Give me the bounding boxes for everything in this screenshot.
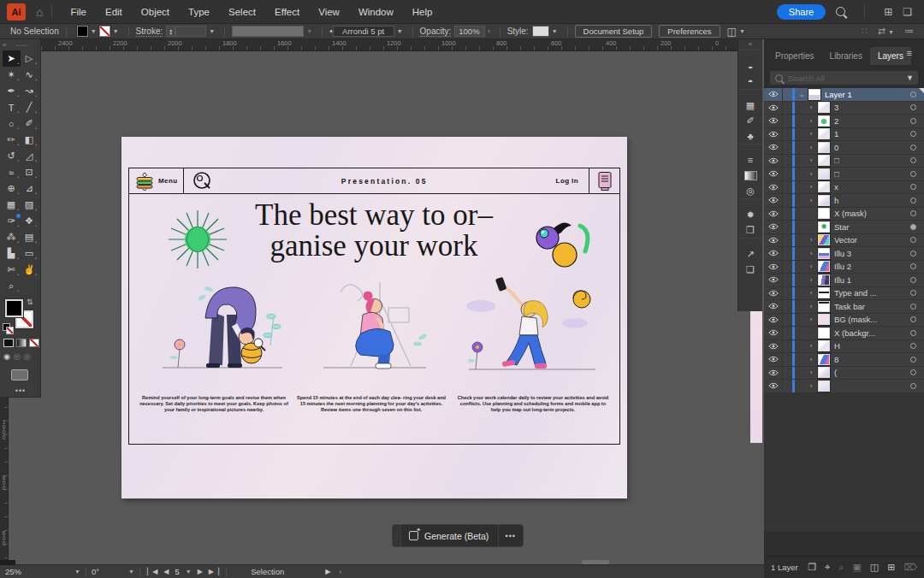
rotate-tool[interactable]: ↺ <box>3 148 21 164</box>
dock-grip[interactable]: ····· <box>738 238 762 246</box>
artboard-page[interactable]: Menu Presentation. 05 Log In <box>121 137 627 498</box>
target-circle-icon[interactable] <box>910 118 916 124</box>
direct-selection-tool[interactable]: ▷ <box>21 50 38 67</box>
layer-label[interactable]: □ <box>834 156 910 165</box>
snap-options-icon[interactable]: ⇄ ▼ <box>878 26 894 37</box>
opacity-field[interactable]: 100% <box>454 26 485 37</box>
column-graph-tool[interactable]: ▙ <box>3 245 21 262</box>
expand-chevron-icon[interactable] <box>797 91 807 98</box>
target-circle-icon[interactable] <box>910 290 916 296</box>
zoom-dropdown[interactable]: 25%▼ <box>0 565 86 578</box>
fill-swatch[interactable] <box>5 299 23 317</box>
knife-tool[interactable]: ✄ <box>3 262 21 278</box>
perspective-grid-tool[interactable]: ⊿ <box>21 180 38 197</box>
layer-label[interactable]: Illu 3 <box>834 249 910 258</box>
symbols-panel-icon[interactable]: ♣ <box>738 128 762 144</box>
target-circle-icon[interactable] <box>910 104 916 110</box>
fill-color-swatch[interactable] <box>77 26 88 37</box>
menu-edit[interactable]: Edit <box>96 0 132 24</box>
visibility-eye-icon[interactable] <box>764 234 783 247</box>
share-button[interactable]: Share <box>777 4 826 20</box>
document-setup-button[interactable]: Document Setup <box>575 25 653 38</box>
layer-row[interactable]: Type and ... <box>764 287 924 301</box>
eyedropper-tool[interactable]: ✑ <box>3 213 21 229</box>
hand-tool[interactable]: ✌ <box>21 262 38 278</box>
opacity-label[interactable]: Opacity: <box>420 27 452 37</box>
layer-label[interactable]: Type and ... <box>834 288 910 298</box>
layer-row[interactable]: H <box>764 340 924 354</box>
layer-label[interactable]: Illu 2 <box>834 262 910 271</box>
target-circle-icon[interactable] <box>910 316 916 322</box>
target-circle-icon[interactable] <box>910 357 916 363</box>
pen-tool[interactable]: ✒ <box>3 83 21 99</box>
stroke-color-swatch[interactable] <box>99 26 110 37</box>
layer-label[interactable]: Star <box>834 222 910 232</box>
gradient-mode-button[interactable] <box>16 339 27 347</box>
collect-for-export-icon[interactable]: ❐ <box>808 562 816 573</box>
target-circle-icon[interactable] <box>910 144 916 150</box>
chevron-down-icon[interactable]: ▼ <box>206 28 217 34</box>
layer-row[interactable]: Illu 1 <box>764 274 924 287</box>
layer-row[interactable]: 3 <box>764 102 924 115</box>
zoom-tool[interactable]: ⌕ <box>3 278 21 294</box>
align-glyphs-icon[interactable]: ∷ <box>862 26 868 37</box>
layer-label[interactable]: ( <box>834 368 910 377</box>
variable-width-profile-dropdown[interactable] <box>232 26 304 37</box>
screen-mode-button[interactable] <box>11 369 28 380</box>
visibility-eye-icon[interactable] <box>764 353 783 366</box>
search-icon[interactable] <box>836 7 845 16</box>
visibility-eye-icon[interactable] <box>764 340 783 353</box>
graphic-styles-panel-icon[interactable]: ❒ <box>738 222 762 238</box>
layer-row[interactable]: 8 <box>764 353 924 367</box>
workspace-icon[interactable]: ❏ <box>903 6 912 18</box>
type-tool[interactable]: T <box>3 99 21 115</box>
toolbar-grip[interactable]: ••••• <box>15 43 29 48</box>
horizontal-ruler[interactable]: 2400220020001800160014001200100080060040… <box>41 39 737 51</box>
layer-label[interactable]: □ <box>834 169 910 179</box>
swap-fill-stroke-icon[interactable]: ⇄ <box>26 298 34 305</box>
visibility-eye-icon[interactable] <box>764 155 783 168</box>
target-circle-icon[interactable] <box>910 369 916 375</box>
canvas-area[interactable]: Menu Presentation. 05 Log In <box>9 51 764 564</box>
dock-grip[interactable]: ····· <box>738 144 762 152</box>
target-circle-icon[interactable] <box>910 304 916 310</box>
expand-chevron-icon[interactable] <box>806 183 816 191</box>
visibility-eye-icon[interactable] <box>764 247 783 260</box>
layer-row[interactable]: □ <box>764 155 924 168</box>
panel-menu-icon[interactable]: ≡ <box>907 48 912 62</box>
symbol-sprayer-tool[interactable]: ⁂ <box>3 229 21 245</box>
layer-row[interactable]: BG (mask... <box>764 314 924 327</box>
expand-chevron-icon[interactable] <box>806 144 816 151</box>
visibility-eye-icon[interactable] <box>764 367 783 380</box>
selection-tool[interactable]: ➤ <box>3 50 21 67</box>
layer-label[interactable]: Task bar <box>834 302 910 311</box>
shape-builder-tool[interactable]: ⊕ <box>3 180 21 197</box>
target-circle-icon[interactable] <box>910 251 916 257</box>
asset-export-panel-icon[interactable]: ↗ <box>738 246 762 262</box>
expand-chevron-icon[interactable] <box>806 197 816 204</box>
dock-grip[interactable]: ····· <box>738 89 762 97</box>
properties-list-icon[interactable]: ≔ <box>904 26 914 37</box>
eraser-tool[interactable]: ◧ <box>21 132 38 148</box>
target-circle-icon[interactable] <box>910 224 916 230</box>
layer-row[interactable]: Task bar <box>764 300 924 314</box>
target-circle-icon[interactable] <box>910 277 916 283</box>
ellipse-tool[interactable]: ○ <box>3 115 21 132</box>
layer-row[interactable]: X (mask) <box>764 208 924 221</box>
layer-label[interactable]: 1 <box>834 129 910 139</box>
layers-search-icon[interactable]: ⌕ <box>838 562 844 573</box>
color-panel-icon[interactable]: ◒ <box>738 58 762 74</box>
line-segment-tool[interactable]: ╱ <box>21 99 38 115</box>
expand-chevron-icon[interactable] <box>806 103 816 111</box>
target-circle-icon[interactable] <box>910 198 916 203</box>
visibility-eye-icon[interactable] <box>764 181 783 194</box>
illustrator-logo[interactable]: Ai <box>7 3 26 21</box>
layer-label[interactable]: 2 <box>834 116 910 126</box>
tab-properties[interactable]: Properties <box>767 47 822 65</box>
home-icon[interactable]: ⌂ <box>36 5 43 19</box>
layer-row[interactable]: x <box>764 181 924 195</box>
expand-chevron-icon[interactable] <box>806 289 816 297</box>
first-artboard-button[interactable]: ▏◀ <box>147 568 157 575</box>
draw-inside-button[interactable]: ◎ <box>24 352 31 361</box>
target-circle-icon[interactable] <box>910 263 916 269</box>
